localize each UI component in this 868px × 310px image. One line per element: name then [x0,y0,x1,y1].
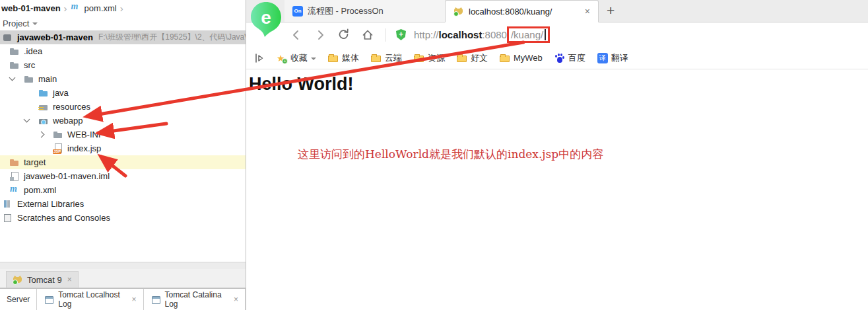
tomcat-tool-window-tab[interactable]: Tomcat 9 × [6,271,79,288]
bookmark-folder[interactable]: 媒体 [328,52,359,64]
close-icon[interactable]: × [234,295,238,304]
tree-item-icon [38,102,49,112]
tree-row[interactable]: src [0,58,246,72]
browser-tab[interactable]: On 流程图 - ProcessOn [284,0,445,22]
tree-item-label: src [24,60,35,70]
tree-item-label: .idea [24,46,42,56]
tree-row[interactable]: index.jsp [0,141,246,155]
tree-item-label: WEB-INF [67,130,104,139]
bookmark-label: MyWeb [514,53,543,63]
bookmark-translate[interactable]: 译 翻译 [597,52,628,64]
breadcrumb-project[interactable]: web-01-maven [1,3,61,13]
tab-favicon: On [292,6,303,17]
back-button-icon[interactable] [290,28,303,42]
tab-title: 流程图 - ProcessOn [308,5,437,17]
tree-item-icon [9,185,20,196]
project-tree: javaweb-01-maven F:\班级管理\西开【19525】\2、代码\… [0,30,246,225]
console-tab-bar: Server Tomcat Localhost Log × Tomcat Cat… [0,288,246,310]
page-heading: Hello World! [246,69,868,95]
bookmarks-bar: 收藏 媒体 云端 资源 [246,47,868,69]
bookmark-label: 翻译 [611,52,628,64]
tree-item-label: index.jsp [67,143,101,153]
close-icon[interactable]: × [132,295,137,304]
tree-row[interactable]: javaweb-01-maven F:\班级管理\西开【19525】\2、代码\… [0,30,246,44]
toolbar-divider [385,28,385,42]
expand-chevron-icon[interactable] [20,114,38,128]
console-tab-label: Tomcat Catalina Log [165,290,228,309]
bookmark-label: 云端 [385,52,402,64]
url-path-highlight: /kuang/ [507,26,550,43]
tree-item-icon [9,171,20,182]
tomcat-icon [13,274,23,285]
tree-row[interactable]: main [0,72,246,86]
tree-row[interactable]: WEB-INF [0,128,246,141]
tab-close-button[interactable]: × [585,6,590,17]
tree-item-icon [38,88,49,98]
forward-button-icon[interactable] [314,28,327,42]
tree-item-icon [9,157,20,168]
red-annotation-text: 这里访问到的HelloWorld就是我们默认的index.jsp中的内容 [298,147,603,162]
console-tab[interactable]: Tomcat Catalina Log × [144,289,246,310]
folder-icon [371,53,382,63]
console-tab[interactable]: Tomcat Localhost Log × [37,289,143,310]
favorites-label: 收藏 [290,52,308,64]
bookmark-label: 好文 [471,52,488,64]
caret-down-icon [32,22,38,25]
breadcrumb-file[interactable]: pom.xml [84,3,117,13]
refresh-button-icon[interactable] [337,28,351,42]
browser-toolbar: http://localhost:8080/kuang/ [246,22,868,47]
browser-window: e On 流程图 - ProcessOn local [246,0,868,310]
security-shield-icon[interactable] [396,29,406,40]
ide-window: web-01-maven › pom.xml › Project javaweb… [0,0,246,310]
console-tab-label: Server [7,295,30,304]
tree-item-label: resources [53,102,90,112]
expand-chevron-icon[interactable] [34,128,53,141]
bookmark-folder[interactable]: 好文 [457,52,488,64]
bookmark-folder[interactable]: 云端 [371,52,402,64]
expand-sidebar-icon[interactable] [254,52,265,64]
tree-item-icon [3,199,13,210]
tree-item-icon [38,116,49,126]
tree-row[interactable]: webapp [0,114,246,128]
tab-title: localhost:8080/kuang/ [469,7,580,17]
browser-tab[interactable]: localhost:8080/kuang/ × [445,0,599,22]
bookmark-folder[interactable]: 资源 [414,52,445,64]
url-scheme: http:// [414,29,439,40]
tree-item-icon [9,60,20,71]
browser-logo-icon: e [250,1,283,37]
tab-favicon [453,6,464,17]
new-tab-button[interactable]: + [607,3,615,19]
folder-icon [500,53,510,63]
tree-row[interactable]: target [0,155,246,169]
tree-row[interactable]: resources [0,100,246,114]
tree-item-label: pom.xml [24,185,56,195]
bookmark-label: 媒体 [342,52,359,64]
tree-item-label: java [53,88,69,98]
tree-row[interactable]: pom.xml [0,183,246,197]
tree-row[interactable]: java [0,86,246,100]
folder-icon [414,53,424,63]
address-bar[interactable]: http://localhost:8080/kuang/ [414,28,550,41]
browser-tabs: On 流程图 - ProcessOn localhost:8080/kuang/… [284,0,599,22]
expand-chevron-icon[interactable] [5,72,24,86]
close-icon[interactable]: × [67,275,72,284]
tree-item-label: webapp [53,116,83,126]
tree-item-label: javaweb-01-maven.iml [24,171,110,181]
favorites-button[interactable]: 收藏 [277,52,316,64]
tree-item-path: F:\班级管理\西开【19525】\2、代码\JavaW [98,32,252,43]
home-button-icon[interactable] [361,28,374,42]
browser-logo[interactable]: e [250,1,283,40]
bookmark-folder[interactable]: MyWeb [500,53,543,63]
tree-item-icon [53,130,63,140]
log-window-icon [44,294,54,305]
tree-row[interactable]: javaweb-01-maven.iml [0,169,246,183]
tree-row[interactable]: External Libraries [0,197,246,211]
tree-row[interactable]: Scratches and Consoles [0,211,246,225]
baidu-paw-icon [554,53,565,63]
console-tab[interactable]: Server [0,289,37,310]
folder-icon [328,53,339,63]
star-icon [277,53,287,63]
project-view-selector[interactable]: Project [0,16,246,30]
bookmark-baidu[interactable]: 百度 [554,52,585,64]
tree-row[interactable]: .idea [0,44,246,58]
